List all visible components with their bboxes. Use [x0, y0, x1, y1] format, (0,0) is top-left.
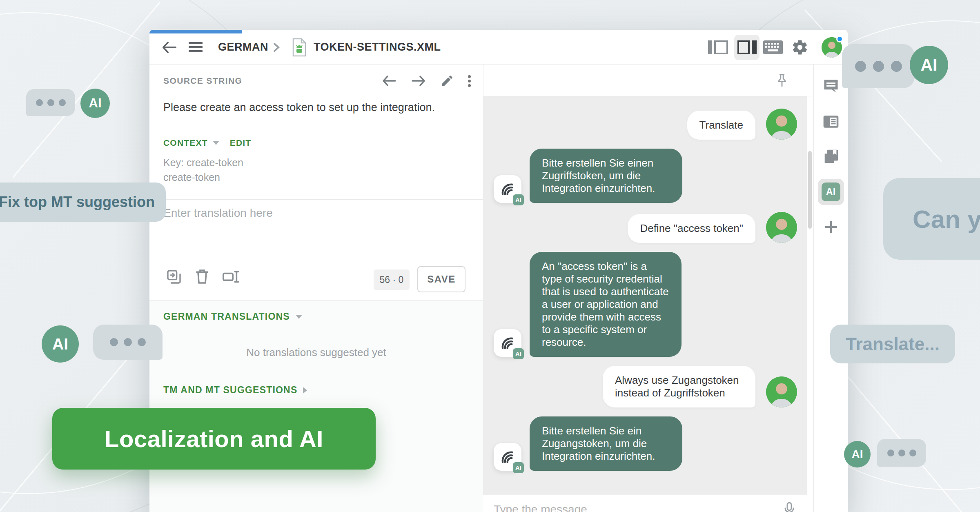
right-sidebar: AI — [813, 65, 848, 512]
chat-message-ai: AI An "access token" is a type of securi… — [494, 252, 797, 357]
sidebar-item-glossary[interactable] — [818, 144, 844, 170]
sidebar-item-comments[interactable] — [818, 73, 844, 100]
comment-icon — [822, 78, 840, 96]
chat-message-ai: AI Bitte erstellen Sie einen Zugriffstok… — [494, 149, 797, 203]
page: GERMAN TOKEN-SETTINGS.XML — [0, 0, 980, 512]
chat-message-input[interactable] — [494, 503, 782, 512]
gear-icon — [791, 39, 808, 56]
typing-dots-bubble — [26, 89, 75, 116]
right-panel-icon — [734, 35, 760, 60]
sidebar-item-info[interactable] — [818, 109, 844, 135]
translation-input[interactable] — [163, 207, 457, 264]
breadcrumb-filename[interactable]: TOKEN-SETTINGS.XML — [314, 30, 441, 65]
chat-message-user: Always use Zugangstoken instead of Zugri… — [494, 366, 797, 407]
context-edit-button[interactable]: EDIT — [230, 138, 252, 148]
ai-circle-badge: AI — [844, 441, 871, 467]
user-chat-avatar — [766, 376, 797, 407]
filename-label: TOKEN-SETTINGS.XML — [314, 41, 441, 53]
app-header: GERMAN TOKEN-SETTINGS.XML — [149, 30, 848, 65]
breadcrumb-language[interactable]: GERMAN — [218, 30, 268, 65]
ai-assistant-avatar: AI — [494, 175, 521, 203]
back-button[interactable] — [161, 30, 177, 65]
keyboard-icon — [763, 40, 783, 55]
typing-dots-bubble — [877, 439, 926, 467]
clear-translation-button[interactable] — [195, 269, 209, 285]
typing-dots-bubble — [842, 44, 915, 88]
ai-tab-icon: AI — [822, 183, 840, 201]
file-icon — [292, 30, 307, 65]
tooltip-text: Translate... — [846, 334, 940, 354]
tm-mt-section-header[interactable]: TM AND MT SUGGESTIONS — [163, 385, 307, 396]
translations-section-header[interactable]: GERMAN TRANSLATIONS — [163, 311, 302, 322]
sidebar-item-add[interactable] — [818, 214, 844, 240]
chat-toolbar — [483, 65, 813, 96]
language-label: GERMAN — [218, 41, 268, 53]
ai-badge: AI — [513, 194, 524, 205]
file-progress-bar — [149, 30, 242, 33]
more-options-button[interactable] — [468, 73, 471, 89]
chat-scrollbar[interactable] — [808, 151, 812, 229]
source-string-label: SOURCE STRING — [163, 76, 242, 86]
headline-banner: Localization and AI — [52, 408, 376, 470]
ai-assistant-avatar: AI — [494, 329, 521, 357]
layout-right-panel-button[interactable] — [734, 30, 760, 65]
chat-message-list: Translate — [483, 96, 807, 512]
pin-icon[interactable] — [774, 73, 790, 88]
chat-message-user: Translate — [494, 109, 797, 140]
ai-circle-badge: AI — [42, 325, 79, 363]
prompt-tooltip-right-large: Can y — [883, 178, 980, 260]
keyboard-shortcuts-button[interactable] — [763, 30, 783, 65]
plus-icon — [823, 219, 839, 235]
message-bubble: Translate — [687, 111, 755, 140]
chevron-right-icon — [303, 387, 307, 394]
ai-circle-badge: AI — [910, 46, 948, 84]
chat-message-ai: AI Bitte erstellen Sie ein Zugangstoken,… — [494, 416, 797, 471]
prompt-tooltip-right-small: Translate... — [830, 325, 955, 363]
tm-mt-header-label: TM AND MT SUGGESTIONS — [163, 385, 297, 396]
translations-header-label: GERMAN TRANSLATIONS — [163, 311, 290, 322]
context-toggle[interactable]: CONTEXT — [163, 138, 208, 148]
rename-icon[interactable] — [222, 269, 240, 285]
settings-button[interactable] — [791, 30, 808, 65]
message-bubble: Bitte erstellen Sie einen Zugriffstoken,… — [530, 149, 682, 203]
banner-text: Localization and AI — [105, 425, 323, 452]
book-bookmark-icon — [822, 147, 840, 166]
layout-left-panel-button[interactable] — [708, 30, 728, 65]
context-key: Key: create-token — [163, 157, 243, 169]
next-string-button[interactable] — [411, 75, 426, 87]
sidebar-item-ai-assistant[interactable]: AI — [818, 179, 844, 205]
menu-button[interactable] — [189, 30, 203, 65]
user-chat-avatar — [766, 212, 797, 243]
message-bubble: Always use Zugangstoken instead of Zugri… — [603, 366, 755, 407]
article-icon — [822, 113, 840, 131]
typing-dots-bubble — [93, 325, 163, 360]
edit-pencil-button[interactable] — [440, 74, 454, 88]
empty-state-message: No translations suggested yet — [149, 346, 483, 359]
chevron-down-icon — [296, 315, 302, 319]
chat-input-bar — [483, 495, 807, 512]
save-button[interactable]: SAVE — [417, 266, 466, 292]
message-bubble: Bitte erstellen Sie ein Zugangstoken, um… — [530, 416, 682, 471]
chat-message-user: Define "access token" — [494, 212, 797, 243]
tooltip-text: Can y — [913, 205, 980, 234]
ai-badge: AI — [513, 462, 524, 473]
context-value: create-token — [163, 171, 220, 183]
source-text: Please create an access token to set up … — [163, 101, 470, 114]
copy-source-button[interactable] — [166, 269, 182, 285]
ai-circle-badge: AI — [80, 89, 110, 118]
divider — [149, 199, 483, 200]
user-chat-avatar — [766, 109, 797, 140]
message-bubble: An "access token" is a type of security … — [530, 252, 682, 357]
ai-badge: AI — [513, 348, 524, 359]
previous-string-button[interactable] — [381, 75, 397, 87]
chevron-down-icon — [213, 141, 219, 145]
character-counter: 56 · 0 — [374, 269, 410, 290]
user-avatar[interactable] — [822, 30, 842, 65]
ai-assistant-avatar: AI — [494, 443, 521, 471]
online-status-dot — [836, 36, 843, 42]
tooltip-text: Fix top MT suggestion — [0, 194, 155, 211]
microphone-icon[interactable] — [782, 501, 796, 512]
back-arrow-icon — [161, 40, 177, 54]
suggestion-tooltip-left: Fix top MT suggestion — [0, 183, 166, 222]
suggestions-zone: GERMAN TRANSLATIONS No translations sugg… — [149, 300, 483, 512]
